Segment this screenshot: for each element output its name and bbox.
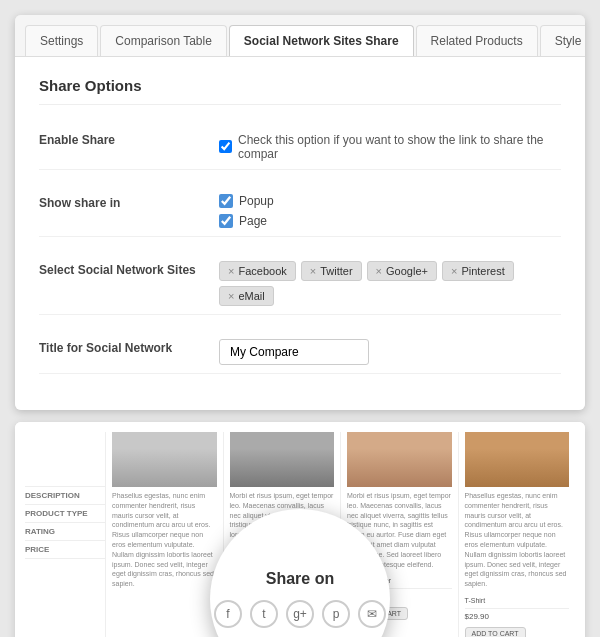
control-title-for-social-network (219, 339, 561, 365)
tag-facebook[interactable]: ×Facebook (219, 261, 296, 281)
product-image-placeholder (112, 432, 217, 487)
checkbox-group-show-share-in: PopupPage (219, 194, 561, 228)
tag-remove-icon[interactable]: × (310, 265, 316, 277)
tab-bar: SettingsComparison TableSocial Network S… (15, 15, 585, 57)
label-social-network-sites: Select Social Network Sites (39, 261, 219, 277)
label-title-for-social-network: Title for Social Network (39, 339, 219, 355)
facebook-icon[interactable]: f (214, 600, 242, 628)
left-col-item-description: DESCRIPTION (25, 487, 105, 505)
checkbox-label-0: Popup (239, 194, 274, 208)
preview-container: DESCRIPTIONPRODUCT TYPERATINGPRICE Phase… (15, 422, 585, 637)
tag-group: ×Facebook×Twitter×Google+×Pinterest×eMai… (219, 261, 561, 306)
form-row-show-share-in: Show share inPopupPage (39, 186, 561, 237)
label-show-share-in: Show share in (39, 194, 219, 210)
product-image-placeholder (230, 432, 335, 487)
tag-twitter[interactable]: ×Twitter (301, 261, 362, 281)
tag-label: eMail (238, 290, 264, 302)
tag-label: Twitter (320, 265, 352, 277)
preview-col-3: Phasellus egestas, nunc enim commenter h… (458, 432, 576, 637)
product-image-placeholder (347, 432, 452, 487)
enable-share-checkbox[interactable] (219, 140, 232, 153)
form-row-enable-share: Enable ShareCheck this option if you wan… (39, 123, 561, 170)
pinterest-icon[interactable]: p (322, 600, 350, 628)
share-icons-group: ftg+p✉ (214, 600, 386, 628)
tag-remove-icon[interactable]: × (376, 265, 382, 277)
tag-remove-icon[interactable]: × (228, 290, 234, 302)
tab-comparison-table[interactable]: Comparison Table (100, 25, 227, 56)
settings-panel: Share Options Enable ShareCheck this opt… (15, 57, 585, 410)
preview-col-0: Phasellus egestas, nunc enim commenter h… (105, 432, 223, 637)
label-enable-share: Enable Share (39, 131, 219, 147)
checkbox-item-0[interactable]: Popup (219, 194, 561, 208)
control-enable-share: Check this option if you want to show th… (219, 131, 561, 161)
checkbox-label-1: Page (239, 214, 267, 228)
twitter-icon[interactable]: t (250, 600, 278, 628)
tag-pinterest[interactable]: ×Pinterest (442, 261, 514, 281)
product-price: $29.90 (465, 609, 570, 624)
product-description: Phasellus egestas, nunc enim commenter h… (465, 491, 570, 589)
checkbox-page[interactable] (219, 214, 233, 228)
tab-related-products[interactable]: Related Products (416, 25, 538, 56)
add-to-cart-button[interactable]: ADD TO CART (465, 627, 526, 637)
app-container: SettingsComparison TableSocial Network S… (15, 15, 585, 410)
tab-style[interactable]: Style (540, 25, 585, 56)
tab-social-network-sites-share[interactable]: Social Network Sites Share (229, 25, 414, 56)
control-social-network-sites: ×Facebook×Twitter×Google+×Pinterest×eMai… (219, 261, 561, 306)
product-image-placeholder (465, 432, 570, 487)
form-row-social-network-sites: Select Social Network Sites×Facebook×Twi… (39, 253, 561, 315)
tag-email[interactable]: ×eMail (219, 286, 274, 306)
tag-remove-icon[interactable]: × (451, 265, 457, 277)
left-col-item-price: PRICE (25, 541, 105, 559)
enable-share-description: Check this option if you want to show th… (238, 131, 561, 161)
email-icon[interactable]: ✉ (358, 600, 386, 628)
tag-label: Pinterest (461, 265, 504, 277)
panel-title: Share Options (39, 77, 561, 105)
checkbox-popup[interactable] (219, 194, 233, 208)
share-overlay-title: Share on (266, 570, 334, 588)
tab-settings[interactable]: Settings (25, 25, 98, 56)
enable-share-wrap: Check this option if you want to show th… (219, 131, 561, 161)
product-type: T-Shirt (465, 593, 570, 609)
tag-remove-icon[interactable]: × (228, 265, 234, 277)
product-description: Phasellus egestas, nunc enim commenter h… (112, 491, 217, 589)
tag-label: Google+ (386, 265, 428, 277)
left-col-item-rating: RATING (25, 523, 105, 541)
google-plus-icon[interactable]: g+ (286, 600, 314, 628)
tag-googleplus[interactable]: ×Google+ (367, 261, 437, 281)
checkbox-item-1[interactable]: Page (219, 214, 561, 228)
tag-label: Facebook (238, 265, 286, 277)
left-col-item-product-type: PRODUCT TYPE (25, 505, 105, 523)
form-row-title-for-social-network: Title for Social Network (39, 331, 561, 374)
text-input-title-for-social-network[interactable] (219, 339, 369, 365)
control-show-share-in: PopupPage (219, 194, 561, 228)
preview-left-col: DESCRIPTIONPRODUCT TYPERATINGPRICE (25, 432, 105, 637)
